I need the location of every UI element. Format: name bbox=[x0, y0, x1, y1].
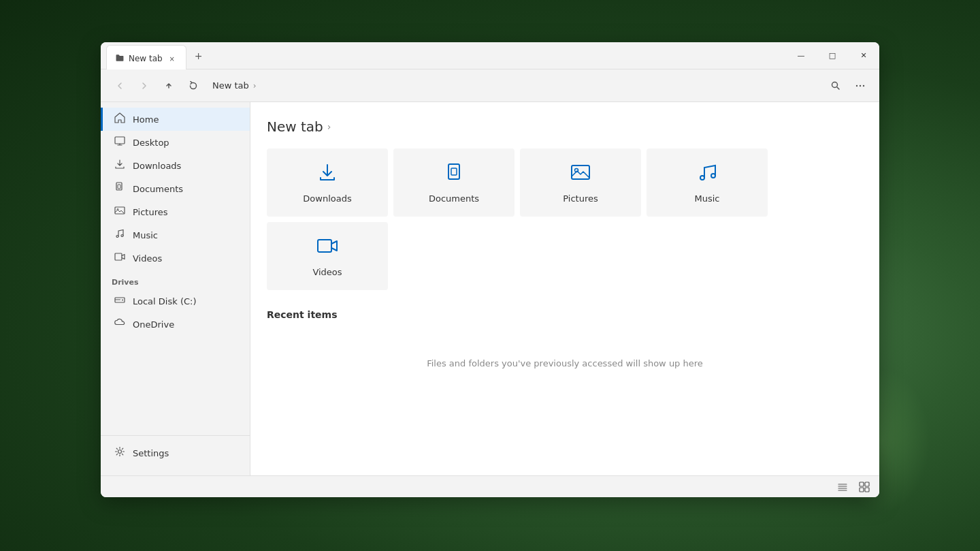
sidebar-label-music: Music bbox=[133, 230, 158, 240]
sidebar-item-downloads[interactable]: Downloads bbox=[101, 154, 250, 177]
tile-music-label: Music bbox=[695, 193, 720, 204]
svg-point-1 bbox=[856, 84, 858, 86]
documents-icon bbox=[114, 182, 126, 195]
sidebar-label-settings: Settings bbox=[133, 448, 169, 458]
svg-point-20 bbox=[711, 174, 715, 178]
sidebar-label-local-disk: Local Disk (C:) bbox=[133, 296, 196, 306]
page-title-container: New tab › bbox=[267, 119, 863, 135]
sidebar-label-home: Home bbox=[133, 114, 159, 125]
home-icon bbox=[114, 112, 126, 126]
tab-close-button[interactable]: × bbox=[167, 53, 178, 64]
tile-videos[interactable]: Videos bbox=[267, 222, 388, 290]
svg-point-19 bbox=[700, 176, 704, 180]
svg-point-9 bbox=[116, 236, 118, 238]
sidebar-item-music[interactable]: Music bbox=[101, 223, 250, 247]
tile-music-icon bbox=[696, 161, 718, 188]
svg-point-3 bbox=[863, 84, 864, 86]
refresh-button[interactable] bbox=[182, 75, 204, 97]
desktop-icon bbox=[114, 136, 126, 149]
sidebar-label-onedrive: OneDrive bbox=[133, 319, 174, 330]
tab-label: New tab bbox=[129, 54, 163, 63]
titlebar: New tab × + — □ ✕ bbox=[101, 42, 879, 69]
tile-downloads-icon bbox=[316, 161, 338, 188]
tile-downloads-label: Downloads bbox=[303, 193, 351, 204]
sidebar-item-onedrive[interactable]: OneDrive bbox=[101, 313, 250, 336]
svg-point-14 bbox=[118, 450, 122, 454]
quick-access-tiles: Downloads Documents bbox=[267, 148, 863, 290]
close-button[interactable]: ✕ bbox=[848, 42, 879, 69]
drives-section-header: Drives bbox=[101, 270, 250, 289]
tile-pictures-icon bbox=[570, 161, 591, 188]
downloads-icon bbox=[114, 159, 126, 172]
sidebar-item-settings[interactable]: Settings bbox=[101, 441, 250, 465]
svg-point-10 bbox=[121, 235, 123, 237]
svg-point-2 bbox=[860, 84, 861, 86]
sidebar-label-pictures: Pictures bbox=[133, 207, 167, 217]
tile-pictures[interactable]: Pictures bbox=[520, 148, 641, 217]
tile-downloads[interactable]: Downloads bbox=[267, 148, 388, 217]
breadcrumb-text: New tab bbox=[212, 80, 249, 91]
videos-icon bbox=[114, 251, 126, 265]
svg-rect-21 bbox=[318, 240, 331, 252]
page-title-chevron-icon: › bbox=[327, 121, 331, 132]
list-view-button[interactable] bbox=[833, 477, 852, 497]
svg-rect-6 bbox=[118, 185, 120, 189]
tile-music[interactable]: Music bbox=[647, 148, 768, 217]
svg-rect-17 bbox=[572, 166, 589, 179]
tile-videos-icon bbox=[316, 235, 338, 262]
sidebar-label-desktop: Desktop bbox=[133, 138, 169, 148]
breadcrumb[interactable]: New tab › bbox=[207, 80, 822, 91]
tile-documents-icon bbox=[443, 161, 465, 188]
breadcrumb-chevron-icon: › bbox=[253, 81, 257, 91]
tile-pictures-label: Pictures bbox=[563, 193, 598, 204]
forward-button[interactable] bbox=[133, 75, 155, 97]
tab-new-tab[interactable]: New tab × bbox=[106, 45, 186, 72]
svg-rect-27 bbox=[865, 482, 869, 486]
svg-rect-11 bbox=[115, 253, 122, 260]
tile-documents-label: Documents bbox=[429, 193, 479, 204]
window-controls: — □ ✕ bbox=[785, 42, 879, 69]
status-bar bbox=[101, 475, 879, 497]
navigation-toolbar: New tab › bbox=[101, 69, 879, 102]
up-button[interactable] bbox=[158, 75, 180, 97]
tile-documents[interactable]: Documents bbox=[393, 148, 514, 217]
more-options-button[interactable] bbox=[849, 75, 871, 97]
toolbar-right bbox=[825, 75, 871, 97]
minimize-button[interactable]: — bbox=[785, 42, 817, 69]
recent-items-title: Recent items bbox=[267, 309, 863, 320]
maximize-button[interactable]: □ bbox=[817, 42, 848, 69]
cloud-icon bbox=[114, 317, 126, 331]
sidebar-item-desktop[interactable]: Desktop bbox=[101, 131, 250, 154]
new-tab-button[interactable]: + bbox=[189, 46, 208, 65]
sidebar-item-local-disk[interactable]: Local Disk (C:) bbox=[101, 289, 250, 313]
svg-point-13 bbox=[122, 300, 123, 301]
tab-area: New tab × + bbox=[101, 42, 785, 69]
svg-rect-15 bbox=[448, 164, 459, 179]
search-button[interactable] bbox=[825, 75, 847, 97]
sidebar-bottom: Settings bbox=[101, 435, 250, 470]
drive-icon bbox=[114, 294, 126, 308]
svg-rect-16 bbox=[451, 168, 457, 175]
back-button[interactable] bbox=[109, 75, 131, 97]
page-title-text: New tab bbox=[267, 119, 323, 135]
svg-rect-28 bbox=[860, 488, 864, 492]
file-explorer-window: New tab × + — □ ✕ bbox=[101, 42, 879, 497]
main-content: New tab › Downloads bbox=[250, 102, 879, 475]
empty-state-message: Files and folders you've previously acce… bbox=[267, 331, 863, 396]
tab-folder-icon bbox=[115, 53, 125, 65]
sidebar-item-home[interactable]: Home bbox=[101, 108, 250, 131]
pictures-icon bbox=[114, 205, 126, 219]
sidebar-item-videos[interactable]: Videos bbox=[101, 247, 250, 270]
sidebar-label-documents: Documents bbox=[133, 184, 183, 194]
sidebar-item-documents[interactable]: Documents bbox=[101, 177, 250, 200]
music-icon bbox=[114, 228, 126, 242]
settings-icon bbox=[114, 446, 126, 460]
sidebar-spacer bbox=[101, 336, 250, 435]
sidebar-item-pictures[interactable]: Pictures bbox=[101, 200, 250, 223]
svg-rect-4 bbox=[115, 137, 125, 144]
tile-videos-label: Videos bbox=[312, 267, 342, 277]
grid-view-button[interactable] bbox=[855, 477, 874, 497]
content-area: Home Desktop Downloads bbox=[101, 102, 879, 475]
sidebar-label-videos: Videos bbox=[133, 253, 162, 264]
sidebar-label-downloads: Downloads bbox=[133, 161, 181, 171]
